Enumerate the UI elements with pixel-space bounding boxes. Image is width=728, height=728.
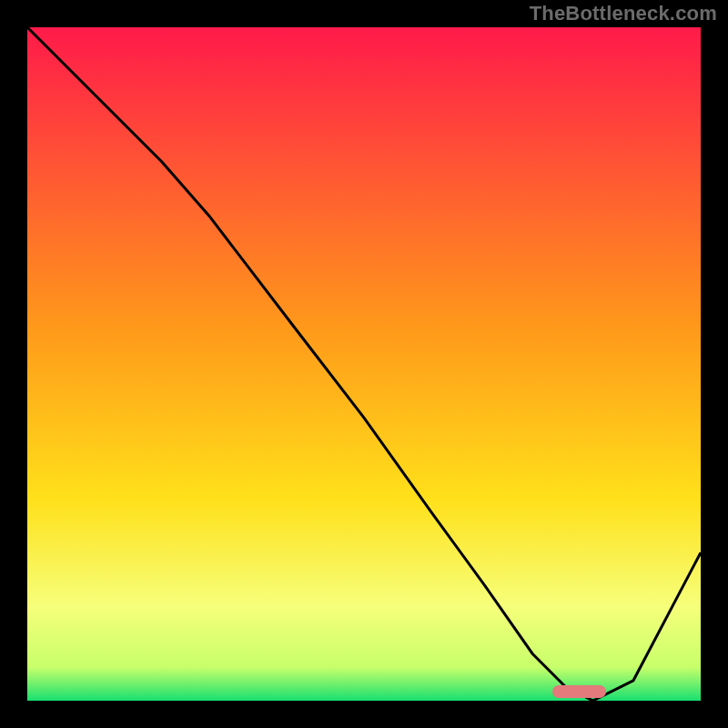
chart-plot-area xyxy=(27,27,701,701)
watermark-label: TheBottleneck.com xyxy=(530,2,717,25)
optimal-marker xyxy=(552,685,606,698)
chart-svg xyxy=(27,27,701,701)
chart-stage: TheBottleneck.com xyxy=(0,0,728,728)
